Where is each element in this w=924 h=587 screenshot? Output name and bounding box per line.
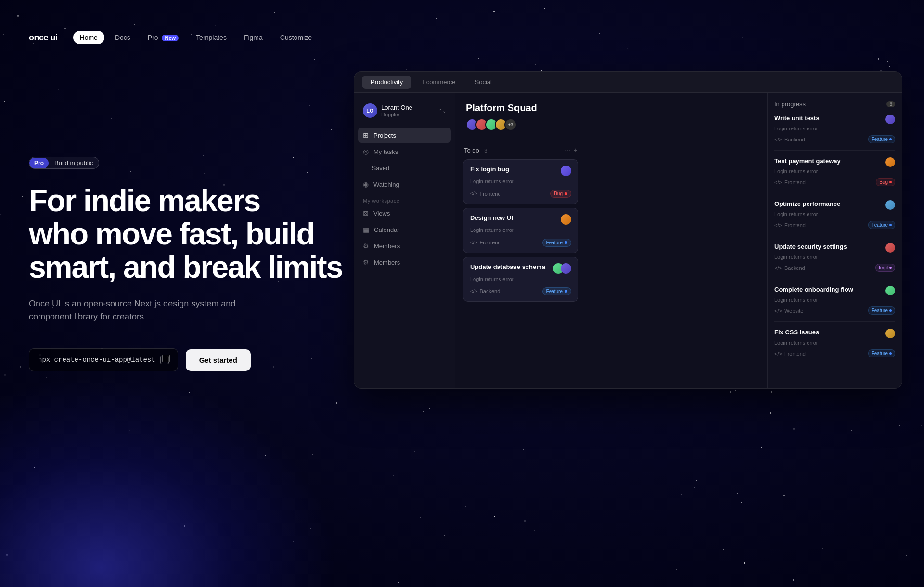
copy-button[interactable] xyxy=(160,356,169,364)
progress-team: </> Frontend xyxy=(774,351,806,357)
pro-badge: New xyxy=(162,35,179,41)
column-spacer xyxy=(585,146,595,383)
progress-avatar xyxy=(886,157,895,167)
progress-card-onboarding[interactable]: Complete onboarding flow Login returns e… xyxy=(774,286,895,322)
progress-card-update-security[interactable]: Update security settings Login returns e… xyxy=(774,243,895,279)
progress-card-footer: </> Backend Feature xyxy=(774,135,895,143)
badge-dot-blue xyxy=(565,290,567,293)
user-org: Doppler xyxy=(381,112,435,117)
progress-avatar xyxy=(886,286,895,295)
badge-dot-red xyxy=(565,192,567,195)
card-footer: </> Backend Feature xyxy=(470,287,571,295)
code-icon: </> xyxy=(774,137,782,142)
hero-tag-pro: Pro xyxy=(29,158,49,168)
badge-dot xyxy=(889,309,892,312)
window-tabs: Productivity Ecommerce Social xyxy=(354,72,902,93)
progress-card-header: Complete onboarding flow xyxy=(774,286,895,295)
progress-card-write-unit-tests[interactable]: Write unit tests Login returns error </>… xyxy=(774,115,895,151)
badge-dot xyxy=(889,224,892,226)
navigation: once ui Home Docs Pro New Templates Figm… xyxy=(29,24,385,51)
nav-item-docs[interactable]: Docs xyxy=(108,31,137,44)
hero-subtitle: Once UI is an open-source Next.js design… xyxy=(29,297,260,323)
progress-card-header: Update security settings xyxy=(774,243,895,253)
nav-item-customize[interactable]: Customize xyxy=(273,31,319,44)
project-header: Platform Squad +3 xyxy=(455,93,767,138)
progress-card-test-payment[interactable]: Test payment gateway Login returns error… xyxy=(774,157,895,193)
code-icon: </> xyxy=(774,308,782,314)
user-info: Lorant One Doppler xyxy=(381,104,435,117)
cta-row: npx create-once-ui-app@latest Get starte… xyxy=(29,348,385,371)
card-team: </> Backend xyxy=(470,288,500,294)
tab-ecommerce[interactable]: Ecommerce xyxy=(413,76,464,89)
card-team: </> Frontend xyxy=(470,191,501,197)
progress-team: </> Frontend xyxy=(774,179,806,185)
brand-logo: once ui xyxy=(29,33,58,43)
card-fix-login-bug[interactable]: Fix login bug Login returns error </> Fr… xyxy=(463,159,578,204)
get-started-button[interactable]: Get started xyxy=(186,349,251,371)
progress-card-fix-css[interactable]: Fix CSS issues Login returns error </> F… xyxy=(774,329,895,364)
progress-badge: Feature xyxy=(868,135,895,143)
code-block: npx create-once-ui-app@latest xyxy=(29,348,178,371)
tab-social[interactable]: Social xyxy=(466,76,500,89)
progress-badge: Bug xyxy=(876,178,895,186)
avatar-b xyxy=(561,263,571,274)
hero-tag: Pro Build in public xyxy=(29,157,99,169)
add-card-icon[interactable]: + xyxy=(574,146,578,154)
chevron-up-down-icon: ⌃⌄ xyxy=(438,108,446,114)
ellipsis-icon[interactable]: ··· xyxy=(565,146,571,154)
code-icon: </> xyxy=(470,289,477,294)
badge-dot xyxy=(889,138,892,140)
progress-avatar xyxy=(886,200,895,210)
progress-card-footer: </> Frontend Feature xyxy=(774,221,895,229)
progress-card-header: Write unit tests xyxy=(774,115,895,124)
main-kanban-area: Platform Squad +3 To do 3 xyxy=(455,93,767,388)
progress-card-footer: </> Website Feature xyxy=(774,306,895,315)
nav-item-pro[interactable]: Pro New xyxy=(141,31,185,44)
code-icon: </> xyxy=(774,222,782,228)
nav-item-home[interactable]: Home xyxy=(73,31,104,44)
card-footer: </> Frontend Bug xyxy=(470,190,571,198)
column-todo-actions: ··· + xyxy=(565,146,578,154)
card-assignee-avatar xyxy=(561,214,571,225)
progress-avatar xyxy=(886,329,895,338)
hero-content: Pro Build in public For indie makers who… xyxy=(29,157,385,371)
decorative-glow xyxy=(0,375,337,587)
card-header: Fix login bug xyxy=(470,166,571,176)
code-text: npx create-once-ui-app@latest xyxy=(38,356,155,364)
code-icon: </> xyxy=(774,179,782,185)
project-avatars: +3 xyxy=(466,118,757,131)
code-icon: </> xyxy=(774,265,782,271)
progress-avatar xyxy=(886,243,895,253)
progress-card-optimize-perf[interactable]: Optimize performance Login returns error… xyxy=(774,200,895,236)
column-todo-title: To do 3 xyxy=(464,146,487,154)
right-panel-in-progress: In progress 6 Write unit tests Login ret… xyxy=(767,93,902,388)
progress-team: </> Backend xyxy=(774,137,805,142)
card-header: Update database schema xyxy=(470,263,571,274)
hero-title: For indie makers who move fast, build sm… xyxy=(29,184,385,284)
column-todo: To do 3 ··· + Fix login bug xyxy=(463,146,578,383)
nav-item-templates[interactable]: Templates xyxy=(189,31,233,44)
avatar-overflow-count: +3 xyxy=(504,118,517,131)
badge-dot-blue xyxy=(565,241,567,244)
card-footer: </> Frontend Feature xyxy=(470,239,571,247)
badge-dot xyxy=(889,267,892,269)
badge-dot xyxy=(889,181,892,183)
nav-item-figma[interactable]: Figma xyxy=(237,31,270,44)
kanban-board: To do 3 ··· + Fix login bug xyxy=(455,138,767,388)
card-update-db-schema[interactable]: Update database schema Login returns err… xyxy=(463,257,578,302)
app-layout: LO Lorant One Doppler ⌃⌄ ⊞ Projects ◎ My… xyxy=(354,93,902,388)
card-header: Design new UI xyxy=(470,214,571,225)
user-name: Lorant One xyxy=(381,104,435,112)
card-badge-bug: Bug xyxy=(550,190,571,198)
card-design-new-ui[interactable]: Design new UI Login returns error </> Fr… xyxy=(463,208,578,253)
progress-avatar xyxy=(886,115,895,124)
progress-team: </> Website xyxy=(774,308,803,314)
column-todo-header: To do 3 ··· + xyxy=(463,146,578,154)
progress-badge: Feature xyxy=(868,221,895,229)
card-assignee-avatar xyxy=(561,166,571,176)
progress-card-header: Optimize performance xyxy=(774,200,895,210)
progress-badge: Feature xyxy=(868,306,895,315)
code-icon: </> xyxy=(470,191,477,196)
progress-badge: Feature xyxy=(868,349,895,357)
progress-card-footer: </> Frontend Bug xyxy=(774,178,895,186)
